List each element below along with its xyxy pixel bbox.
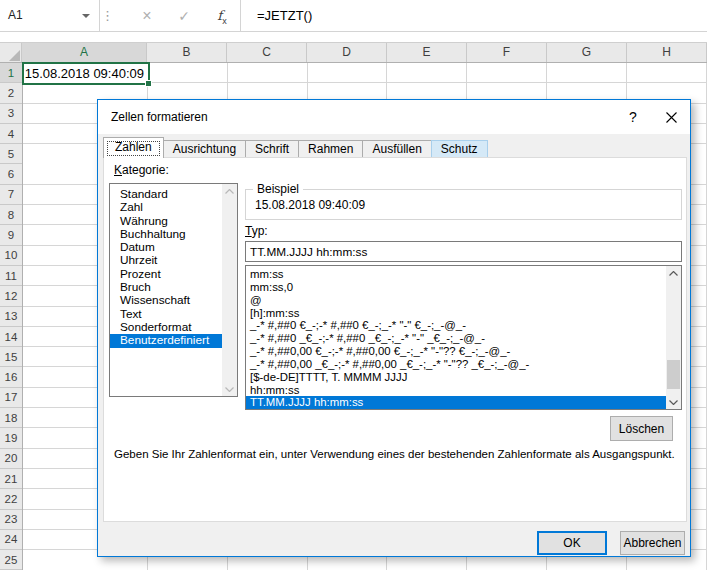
- delete-button[interactable]: Löschen: [610, 416, 673, 441]
- example-value: 15.08.2018 09:40:09: [255, 198, 365, 212]
- scroll-down-icon[interactable]: [222, 382, 237, 396]
- insert-function-icon[interactable]: fx: [211, 6, 233, 26]
- row-header[interactable]: 2: [0, 83, 22, 103]
- category-item[interactable]: Buchhaltung: [110, 228, 224, 241]
- dialog-tab[interactable]: Ausfüllen: [362, 140, 431, 158]
- scroll-down-icon[interactable]: [666, 395, 681, 409]
- column-header[interactable]: D: [307, 43, 387, 62]
- row-header[interactable]: 16: [0, 367, 22, 387]
- format-item[interactable]: mm:ss: [246, 268, 666, 281]
- row-header[interactable]: 11: [0, 266, 22, 286]
- row-header[interactable]: 10: [0, 246, 22, 266]
- category-item[interactable]: Prozent: [110, 268, 224, 281]
- dialog-tab[interactable]: Schutz: [431, 140, 488, 158]
- column-header[interactable]: C: [227, 43, 307, 62]
- category-item[interactable]: Text: [110, 308, 224, 321]
- row-header[interactable]: 3: [0, 104, 22, 124]
- column-header-label: D: [342, 45, 351, 59]
- format-item[interactable]: hh:mm:ss: [246, 384, 666, 397]
- row-header-label: 23: [5, 513, 18, 525]
- enter-entry-icon[interactable]: ✓: [173, 6, 195, 26]
- row-header[interactable]: 22: [0, 489, 22, 509]
- name-box-dropdown-icon[interactable]: [82, 14, 90, 18]
- category-item-label: Wissenschaft: [120, 293, 190, 307]
- format-item[interactable]: _-* #,##0 _€_-;-* #,##0 _€_-;_-* "-" _€_…: [246, 332, 666, 345]
- column-header[interactable]: B: [147, 43, 227, 62]
- row-header[interactable]: 9: [0, 225, 22, 245]
- dialog-tab[interactable]: Rahmen: [298, 140, 363, 158]
- column-header-label: B: [182, 45, 190, 59]
- tab-label: Ausrichtung: [173, 142, 236, 156]
- format-item-label: mm:ss: [250, 268, 284, 280]
- row-header[interactable]: 23: [0, 510, 22, 530]
- column-header[interactable]: G: [547, 43, 627, 62]
- example-groupbox: Beispiel 15.08.2018 09:40:09: [245, 189, 682, 220]
- category-item[interactable]: Sonderformat: [110, 321, 224, 334]
- dialog-titlebar[interactable]: Zellen formatieren ?: [98, 100, 690, 134]
- format-item[interactable]: [$-de-DE]TTTT, T. MMMM JJJJ: [246, 371, 666, 384]
- row-header[interactable]: 17: [0, 388, 22, 408]
- column-header[interactable]: F: [467, 43, 547, 62]
- row-header[interactable]: 24: [0, 530, 22, 550]
- category-item[interactable]: Wissenschaft: [110, 294, 224, 307]
- ok-button[interactable]: OK: [537, 531, 607, 555]
- dialog-tab[interactable]: Ausrichtung: [163, 140, 246, 158]
- format-item[interactable]: [h]:mm:ss: [246, 307, 666, 320]
- row-header[interactable]: 12: [0, 286, 22, 306]
- format-scrollbar[interactable]: [666, 266, 681, 409]
- row-header[interactable]: 4: [0, 124, 22, 144]
- column-header[interactable]: H: [627, 43, 707, 62]
- category-item[interactable]: Währung: [110, 215, 224, 228]
- format-listbox[interactable]: mm:ssmm:ss,0@[h]:mm:ss_-* #,##0 €_-;-* #…: [245, 265, 682, 410]
- row-header[interactable]: 18: [0, 408, 22, 428]
- format-item[interactable]: _-* #,##0,00 €_-;-* #,##0,00 €_-;_-* "-"…: [246, 345, 666, 358]
- format-item-label: @: [250, 294, 262, 306]
- format-item[interactable]: @: [246, 294, 666, 307]
- dialog-tab[interactable]: Schrift: [245, 140, 299, 158]
- format-item[interactable]: mm:ss,0: [246, 281, 666, 294]
- format-item[interactable]: TT.MM.JJJJ hh:mm:ss: [246, 396, 666, 409]
- row-header[interactable]: 7: [0, 185, 22, 205]
- scroll-up-icon[interactable]: [222, 184, 237, 198]
- dialog-close-icon[interactable]: [653, 101, 689, 133]
- formula-input[interactable]: =JETZT(): [240, 0, 707, 31]
- row-header-label: 24: [5, 533, 18, 545]
- fill-handle[interactable]: [145, 80, 152, 87]
- scroll-up-icon[interactable]: [666, 266, 681, 280]
- column-header[interactable]: E: [387, 43, 467, 62]
- row-header-label: 2: [8, 87, 14, 99]
- category-item[interactable]: Zahl: [110, 201, 224, 214]
- row-header[interactable]: 13: [0, 307, 22, 327]
- category-item[interactable]: Benutzerdefiniert: [110, 334, 224, 347]
- cancel-entry-icon[interactable]: ×: [136, 6, 158, 26]
- scrollbar-thumb[interactable]: [667, 360, 680, 389]
- column-header-label: C: [262, 45, 271, 59]
- category-item[interactable]: Uhrzeit: [110, 254, 224, 267]
- type-input[interactable]: TT.MM.JJJJ hh:mm:ss: [245, 241, 682, 262]
- format-item[interactable]: _-* #,##0,00 _€_-;-* #,##0,00 _€_-;_-* "…: [246, 358, 666, 371]
- row-header[interactable]: 21: [0, 469, 22, 489]
- category-item[interactable]: Datum: [110, 241, 224, 254]
- dialog-help-button[interactable]: ?: [615, 101, 651, 133]
- row-header[interactable]: 5: [0, 144, 22, 164]
- category-listbox[interactable]: StandardZahlWährungBuchhaltungDatumUhrze…: [109, 183, 238, 397]
- cancel-button[interactable]: Abbrechen: [620, 531, 685, 555]
- row-header[interactable]: 20: [0, 449, 22, 469]
- row-header[interactable]: 1: [0, 63, 22, 83]
- name-box[interactable]: A1: [0, 0, 100, 31]
- row-header[interactable]: 15: [0, 347, 22, 367]
- dialog-tab[interactable]: Zahlen: [103, 137, 164, 158]
- column-header[interactable]: A: [22, 43, 147, 62]
- category-scrollbar[interactable]: [222, 184, 237, 396]
- category-item[interactable]: Bruch: [110, 281, 224, 294]
- category-item[interactable]: Standard: [110, 188, 224, 201]
- select-all-corner[interactable]: [0, 43, 22, 62]
- row-header[interactable]: 14: [0, 327, 22, 347]
- active-cell-a1[interactable]: 15.08.2018 09:40:09: [22, 62, 150, 85]
- row-header[interactable]: 25: [0, 550, 22, 570]
- format-item[interactable]: _-* #,##0 €_-;-* #,##0 €_-;_-* "-" €_-;_…: [246, 319, 666, 332]
- row-header[interactable]: 8: [0, 205, 22, 225]
- row-header[interactable]: 6: [0, 164, 22, 184]
- row-header[interactable]: 19: [0, 428, 22, 448]
- row-header-label: 18: [5, 412, 18, 424]
